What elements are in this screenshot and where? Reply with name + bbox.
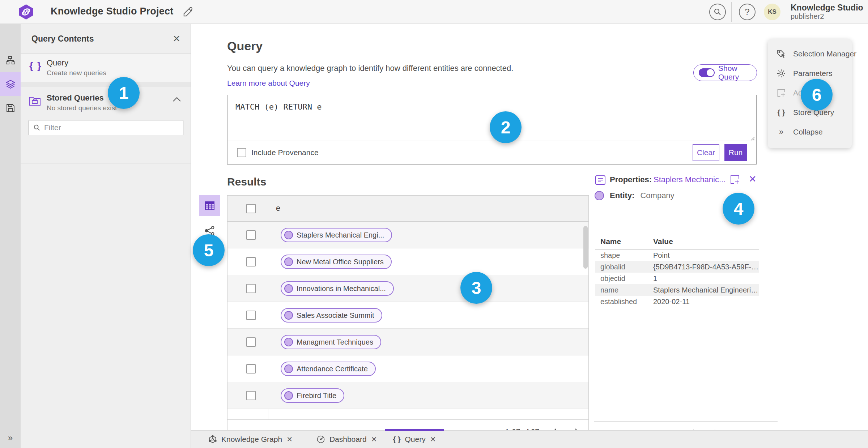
table-row[interactable]: Sales Associate Summit [227,302,588,329]
close-tab-icon[interactable]: ✕ [430,435,436,444]
property-row[interactable]: globalid {5D9B4713-F98D-4A53-A59F-C11... [595,261,759,273]
resize-handle[interactable] [750,136,755,141]
search-icon [714,8,722,16]
stored-queries-filter [29,120,183,135]
user-name: Knowledge Studio [791,3,863,12]
row-checkbox[interactable] [246,364,256,374]
filter-input[interactable] [44,123,179,132]
results-view-switcher [199,195,220,238]
property-row[interactable]: established 2020-02-11 [595,296,759,307]
help-button[interactable]: ? [739,4,756,20]
col-name: Name [595,237,653,249]
item-title: Query [47,58,68,68]
user-role: publisher2 [791,12,863,21]
table-row[interactable]: Firebird Title [227,382,588,409]
rail-save-button[interactable] [0,96,21,120]
rail-schema-button[interactable] [0,48,21,72]
stored-queries-subtitle: No stored queries exist [47,104,117,112]
query-actions: Clear Run [693,144,747,161]
chevron-up-icon[interactable] [173,97,181,102]
entity-pill[interactable]: New Metal Office Suppliers [281,255,392,269]
user-menu[interactable]: Knowledge Studio publisher2 [791,3,863,21]
entity-pill[interactable]: Managment Techniques [281,335,381,349]
tab-query[interactable]: { } Query ✕ [385,431,444,448]
query-page-title: Query [227,39,263,53]
properties-header: Properties: Staplers Mechanic... ✕ [594,174,778,188]
table-row[interactable]: New Metal Office Suppliers [227,248,588,275]
row-checkbox[interactable] [246,230,256,240]
property-row[interactable]: name Staplers Mechanical Engineering [595,284,759,296]
query-description: You can query a knowledge graph to ident… [227,64,513,73]
sidebar-item-query[interactable]: { } Query Create new queries [21,54,191,82]
menu-item-collapse[interactable]: » Collapse [768,122,852,142]
close-icon[interactable]: ✕ [749,174,757,185]
entity-pill[interactable]: Innovations in Mechanical... [281,281,394,296]
toggle-switch[interactable] [699,68,715,77]
annotation-badge-3: 3 [460,272,492,304]
rail-expand-button[interactable]: » [0,433,21,443]
tab-dashboard[interactable]: Dashboard ✕ [309,431,385,448]
scrollbar-track[interactable] [582,222,588,420]
entity-pill[interactable]: Sales Associate Summit [281,308,382,323]
results-table-header: e [227,196,588,222]
clear-button[interactable]: Clear [693,144,719,161]
entity-pill[interactable]: Staplers Mechanical Engi... [281,228,392,242]
tab-knowledge-graph[interactable]: Knowledge Graph ✕ [200,431,301,448]
run-button[interactable]: Run [724,144,747,161]
braces-icon: { } [29,60,42,72]
select-all-checkbox[interactable] [246,204,256,213]
row-checkbox[interactable] [246,257,256,266]
close-tab-icon[interactable]: ✕ [286,435,293,444]
annotation-badge-4: 4 [723,193,754,225]
left-icon-rail: » [0,24,21,448]
scrollbar-thumb[interactable] [583,226,588,269]
braces-icon: { } [393,435,400,444]
edit-title-icon[interactable] [183,7,193,17]
add-to-new-icon[interactable] [729,174,740,185]
table-row[interactable]: Managment Techniques [227,329,588,355]
annotation-badge-5: 5 [193,234,225,266]
properties-label: Properties: [610,175,652,184]
table-view-button[interactable] [199,195,220,216]
entity-type: Company [640,191,674,200]
property-row[interactable]: objectid 1 [595,273,759,284]
table-row[interactable]: Innovations in Mechanical... [227,275,588,302]
annotation-badge-1: 1 [108,77,140,109]
properties-entity-name[interactable]: Staplers Mechanic... [654,175,726,184]
table-row[interactable]: Staplers Mechanical Engi... [227,222,588,248]
results-title: Results [227,176,266,188]
row-checkbox[interactable] [246,311,256,320]
rail-layers-button[interactable] [0,72,21,96]
learn-more-link[interactable]: Learn more about Query [227,79,310,88]
entity-pill[interactable]: Attendance Certificate [281,362,376,376]
save-icon [6,103,15,113]
entity-dot-icon [284,364,293,373]
table-row[interactable]: Attendance Certificate [227,355,588,382]
stored-queries-folder-icon [29,95,41,106]
show-query-toggle[interactable]: Show Query [693,64,757,81]
col-value: Value [653,237,759,249]
app-logo-icon[interactable] [18,4,34,20]
schema-icon [6,56,15,65]
entity-pill[interactable]: Firebird Title [281,388,344,403]
entity-dot-icon [595,191,604,200]
include-provenance-checkbox[interactable] [237,148,246,157]
include-provenance-label: Include Provenance [251,148,319,157]
close-tab-icon[interactable]: ✕ [371,435,377,444]
row-checkbox[interactable] [246,337,256,347]
avatar[interactable]: KS [764,4,780,20]
menu-item-selection-manager[interactable]: Selection Manager [768,44,852,64]
link-chart-icon [204,226,215,235]
row-checkbox[interactable] [246,391,256,400]
braces-icon: { } [776,108,786,117]
row-checkbox[interactable] [246,284,256,293]
knowledge-graph-icon [208,435,217,444]
property-row[interactable]: shape Point [595,249,759,261]
search-button[interactable] [709,4,726,20]
results-table: e Staplers Mechanical Engi... New Metal … [227,195,589,444]
annotation-badge-2: 2 [490,111,522,143]
entity-dot-icon [284,391,293,400]
close-icon[interactable]: ✕ [173,33,180,44]
toggle-knob [707,69,714,76]
table-icon [204,200,215,211]
